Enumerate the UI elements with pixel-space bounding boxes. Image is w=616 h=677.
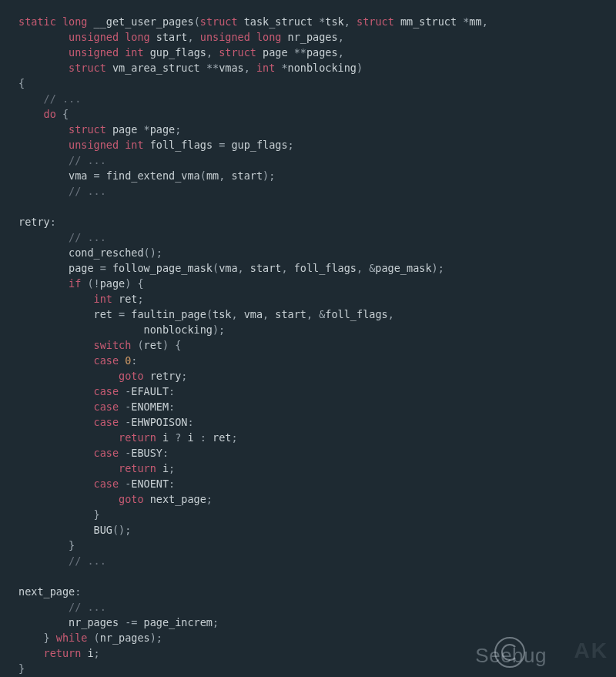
code-token: *: [457, 15, 469, 28]
code-token: mm: [469, 15, 481, 28]
code-token: vma: [69, 169, 87, 182]
code-token: [18, 246, 69, 259]
code-token: [18, 462, 119, 474]
code-token: // ...: [44, 92, 82, 105]
code-token: case: [94, 447, 119, 459]
code-token: EBUSY: [131, 447, 162, 459]
code-token: :: [75, 585, 81, 598]
code-token: -: [119, 385, 131, 397]
code-token: vm_area_struct: [112, 62, 200, 74]
code-token: [87, 15, 93, 28]
code-token: =: [87, 169, 105, 182]
code-token: [18, 401, 94, 413]
code-token: [18, 601, 69, 613]
code-token: ,: [206, 46, 219, 59]
code-token: ENOENT: [131, 478, 169, 490]
code-token: [119, 31, 125, 43]
code-token: i: [87, 647, 93, 659]
code-token: );: [263, 169, 275, 182]
code-token: [256, 46, 263, 59]
code-token: (: [131, 339, 143, 351]
code-token: ,: [482, 15, 488, 28]
code-token: int: [256, 62, 275, 74]
code-token: int: [94, 293, 112, 305]
code-token: -: [119, 401, 131, 413]
code-token: [18, 31, 69, 43]
code-token: gup_flags: [150, 46, 206, 59]
code-token: struct: [69, 62, 106, 74]
code-screenshot-container: { "watermark_brand": "Seebug", "watermar…: [0, 0, 616, 677]
code-token: [18, 293, 94, 305]
code-token: foll_flags: [294, 262, 357, 274]
code-token: [18, 46, 69, 59]
code-token: static: [18, 15, 56, 28]
code-token: [18, 231, 69, 243]
code-token: nr_pages: [100, 632, 150, 644]
code-token: }: [18, 539, 75, 551]
code-token: i: [162, 462, 169, 474]
code-token: EHWPOISON: [131, 416, 187, 428]
code-token: // ...: [69, 154, 106, 166]
code-token: [18, 154, 69, 166]
code-token: foll_flags: [150, 139, 213, 151]
code-token: page: [69, 262, 94, 274]
code-token: [56, 15, 62, 28]
code-token: [18, 339, 94, 351]
code-token: next_page: [150, 493, 206, 505]
code-token: (: [87, 632, 99, 644]
code-token: [18, 308, 94, 320]
code-token: page: [263, 46, 288, 59]
code-token: -: [119, 478, 131, 490]
code-token: switch: [94, 339, 132, 351]
code-token: [18, 447, 94, 459]
code-token: case: [94, 385, 119, 397]
code-token: (: [194, 15, 200, 28]
code-token: :: [187, 416, 193, 428]
code-token: [18, 92, 44, 105]
code-token: vma: [244, 308, 263, 320]
code-token: =: [112, 308, 131, 320]
code-token: retry: [150, 370, 182, 382]
code-token: // ...: [69, 231, 106, 243]
code-token: cond_resched: [69, 246, 144, 259]
code-token: ,: [188, 31, 200, 43]
code-token: ;: [288, 139, 294, 151]
code-token: [119, 354, 125, 367]
code-token: ,: [231, 308, 243, 320]
code-token: }: [18, 662, 25, 675]
code-token: , &: [357, 262, 375, 274]
code-token: vmas: [219, 62, 244, 74]
code-token: find_extend_vma: [106, 169, 200, 182]
code-token: :: [169, 385, 175, 397]
code-token: [156, 462, 162, 474]
code-token: [18, 323, 144, 336]
code-token: ;: [94, 647, 100, 659]
code-token: [18, 431, 119, 444]
code-token: [18, 385, 94, 397]
code-token: return: [119, 462, 156, 474]
code-token: pages: [306, 46, 338, 59]
code-token: ) {: [162, 339, 181, 351]
code-token: page_mask: [375, 262, 431, 274]
code-token: __get_user_pages: [94, 15, 194, 28]
code-token: ret: [213, 431, 231, 444]
code-token: [18, 123, 69, 136]
code-token: mm_struct: [400, 15, 457, 28]
code-token: tsk: [213, 308, 231, 320]
code-token: (: [200, 169, 206, 182]
code-token: ,: [344, 15, 357, 28]
code-token: nr_pages: [69, 616, 119, 628]
code-token: [150, 31, 156, 43]
code-token: if: [69, 277, 81, 290]
code-token: start: [156, 31, 188, 43]
code-token: case: [94, 354, 119, 367]
code-token: ,: [338, 31, 344, 43]
code-token: [18, 169, 69, 182]
code-token: ,: [219, 169, 231, 182]
code-token: unsigned: [200, 31, 250, 43]
code-token: case: [94, 416, 119, 428]
code-token: ): [357, 62, 363, 74]
code-token: [18, 493, 119, 505]
code-token: ();: [112, 524, 131, 536]
code-token: ,: [281, 262, 293, 274]
